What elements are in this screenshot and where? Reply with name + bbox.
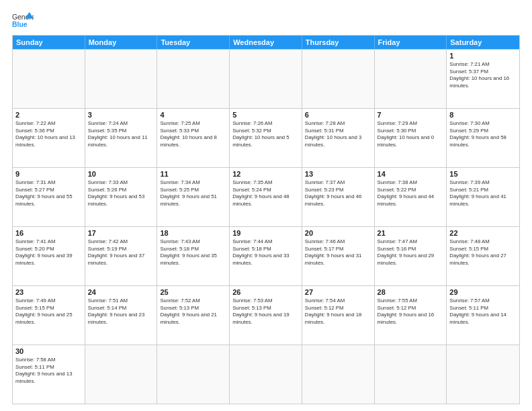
cal-cell: 2Sunrise: 7:22 AM Sunset: 5:36 PM Daylig… <box>13 109 85 167</box>
day-number: 30 <box>15 347 82 355</box>
day-number: 22 <box>449 229 517 237</box>
cal-cell <box>230 50 302 108</box>
calendar-header: SundayMondayTuesdayWednesdayThursdayFrid… <box>13 36 519 49</box>
header-day-sunday: Sunday <box>13 36 85 49</box>
day-number: 4 <box>160 111 226 119</box>
cal-cell <box>302 345 375 404</box>
cal-cell: 14Sunrise: 7:38 AM Sunset: 5:22 PM Dayli… <box>375 168 447 226</box>
day-number: 9 <box>15 170 82 178</box>
day-info: Sunrise: 7:54 AM Sunset: 5:12 PM Dayligh… <box>305 298 371 326</box>
cal-cell: 6Sunrise: 7:28 AM Sunset: 5:31 PM Daylig… <box>302 109 375 167</box>
week-row-5: 30Sunrise: 7:58 AM Sunset: 5:11 PM Dayli… <box>13 345 519 404</box>
cal-cell: 5Sunrise: 7:26 AM Sunset: 5:32 PM Daylig… <box>230 109 302 167</box>
day-info: Sunrise: 7:51 AM Sunset: 5:14 PM Dayligh… <box>88 298 154 326</box>
day-number: 5 <box>232 111 299 119</box>
cal-cell: 13Sunrise: 7:37 AM Sunset: 5:23 PM Dayli… <box>302 168 375 226</box>
cal-cell <box>302 50 375 108</box>
day-info: Sunrise: 7:29 AM Sunset: 5:30 PM Dayligh… <box>378 120 444 148</box>
header-day-monday: Monday <box>85 36 158 49</box>
cal-cell <box>375 345 447 404</box>
cal-cell: 24Sunrise: 7:51 AM Sunset: 5:14 PM Dayli… <box>85 286 158 345</box>
day-number: 26 <box>232 288 299 296</box>
day-number: 25 <box>160 288 226 296</box>
day-info: Sunrise: 7:48 AM Sunset: 5:15 PM Dayligh… <box>449 238 517 267</box>
cal-cell <box>447 345 519 404</box>
cal-cell: 29Sunrise: 7:57 AM Sunset: 5:11 PM Dayli… <box>447 286 519 345</box>
day-number: 10 <box>88 170 154 178</box>
page-header: General Blue <box>12 11 520 30</box>
day-number: 27 <box>305 288 371 296</box>
cal-cell: 21Sunrise: 7:47 AM Sunset: 5:16 PM Dayli… <box>375 227 447 285</box>
day-info: Sunrise: 7:52 AM Sunset: 5:13 PM Dayligh… <box>160 298 226 326</box>
week-row-1: 2Sunrise: 7:22 AM Sunset: 5:36 PM Daylig… <box>13 108 519 167</box>
day-info: Sunrise: 7:53 AM Sunset: 5:13 PM Dayligh… <box>232 298 299 326</box>
day-number: 24 <box>88 288 154 296</box>
cal-cell: 20Sunrise: 7:46 AM Sunset: 5:17 PM Dayli… <box>302 227 375 285</box>
day-number: 29 <box>449 288 517 296</box>
day-number: 19 <box>232 229 299 237</box>
cal-cell: 27Sunrise: 7:54 AM Sunset: 5:12 PM Dayli… <box>302 286 375 345</box>
cal-cell: 9Sunrise: 7:31 AM Sunset: 5:27 PM Daylig… <box>13 168 85 226</box>
cal-cell: 3Sunrise: 7:24 AM Sunset: 5:35 PM Daylig… <box>85 109 158 167</box>
day-number: 8 <box>449 111 517 119</box>
cal-cell: 23Sunrise: 7:49 AM Sunset: 5:15 PM Dayli… <box>13 286 85 345</box>
day-info: Sunrise: 7:33 AM Sunset: 5:26 PM Dayligh… <box>88 179 154 208</box>
calendar-body: 1Sunrise: 7:21 AM Sunset: 5:37 PM Daylig… <box>13 49 519 404</box>
cal-cell: 7Sunrise: 7:29 AM Sunset: 5:30 PM Daylig… <box>375 109 447 167</box>
day-info: Sunrise: 7:22 AM Sunset: 5:36 PM Dayligh… <box>15 120 82 148</box>
day-info: Sunrise: 7:55 AM Sunset: 5:12 PM Dayligh… <box>378 298 444 326</box>
day-number: 18 <box>160 229 226 237</box>
day-info: Sunrise: 7:44 AM Sunset: 5:18 PM Dayligh… <box>232 238 299 267</box>
cal-cell: 8Sunrise: 7:30 AM Sunset: 5:29 PM Daylig… <box>447 109 519 167</box>
day-info: Sunrise: 7:57 AM Sunset: 5:11 PM Dayligh… <box>449 298 517 326</box>
cal-cell <box>157 50 230 108</box>
day-info: Sunrise: 7:31 AM Sunset: 5:27 PM Dayligh… <box>15 179 82 208</box>
day-number: 15 <box>449 170 517 178</box>
logo-icon: General Blue <box>12 11 34 30</box>
cal-cell: 15Sunrise: 7:39 AM Sunset: 5:21 PM Dayli… <box>447 168 519 226</box>
cal-cell <box>375 50 447 108</box>
cal-cell: 25Sunrise: 7:52 AM Sunset: 5:13 PM Dayli… <box>157 286 230 345</box>
day-number: 1 <box>449 52 517 60</box>
cal-cell <box>85 50 158 108</box>
day-number: 20 <box>305 229 371 237</box>
week-row-4: 23Sunrise: 7:49 AM Sunset: 5:15 PM Dayli… <box>13 285 519 345</box>
cal-cell: 16Sunrise: 7:41 AM Sunset: 5:20 PM Dayli… <box>13 227 85 285</box>
cal-cell <box>230 345 302 404</box>
day-info: Sunrise: 7:21 AM Sunset: 5:37 PM Dayligh… <box>449 61 517 89</box>
cal-cell: 30Sunrise: 7:58 AM Sunset: 5:11 PM Dayli… <box>13 345 85 404</box>
cal-cell: 1Sunrise: 7:21 AM Sunset: 5:37 PM Daylig… <box>447 50 519 108</box>
cal-cell: 28Sunrise: 7:55 AM Sunset: 5:12 PM Dayli… <box>375 286 447 345</box>
cal-cell: 19Sunrise: 7:44 AM Sunset: 5:18 PM Dayli… <box>230 227 302 285</box>
cal-cell <box>13 50 85 108</box>
week-row-3: 16Sunrise: 7:41 AM Sunset: 5:20 PM Dayli… <box>13 226 519 285</box>
day-number: 23 <box>15 288 82 296</box>
cal-cell <box>85 345 158 404</box>
calendar: SundayMondayTuesdayWednesdayThursdayFrid… <box>12 35 520 404</box>
day-info: Sunrise: 7:43 AM Sunset: 5:18 PM Dayligh… <box>160 238 226 267</box>
header-day-wednesday: Wednesday <box>230 36 302 49</box>
day-number: 16 <box>15 229 82 237</box>
cal-cell: 26Sunrise: 7:53 AM Sunset: 5:13 PM Dayli… <box>230 286 302 345</box>
calendar-page: General Blue SundayMondayTuesdayWednesda… <box>0 0 532 411</box>
cal-cell: 17Sunrise: 7:42 AM Sunset: 5:19 PM Dayli… <box>85 227 158 285</box>
day-info: Sunrise: 7:39 AM Sunset: 5:21 PM Dayligh… <box>449 179 517 208</box>
day-number: 11 <box>160 170 226 178</box>
day-info: Sunrise: 7:42 AM Sunset: 5:19 PM Dayligh… <box>88 238 154 267</box>
logo: General Blue <box>12 11 34 30</box>
day-number: 28 <box>378 288 444 296</box>
day-info: Sunrise: 7:41 AM Sunset: 5:20 PM Dayligh… <box>15 238 82 267</box>
day-number: 12 <box>232 170 299 178</box>
day-info: Sunrise: 7:34 AM Sunset: 5:25 PM Dayligh… <box>160 179 226 208</box>
day-info: Sunrise: 7:37 AM Sunset: 5:23 PM Dayligh… <box>305 179 371 208</box>
header-day-tuesday: Tuesday <box>157 36 230 49</box>
day-number: 14 <box>378 170 444 178</box>
day-info: Sunrise: 7:30 AM Sunset: 5:29 PM Dayligh… <box>449 120 517 148</box>
day-number: 2 <box>15 111 82 119</box>
header-day-friday: Friday <box>375 36 447 49</box>
day-info: Sunrise: 7:25 AM Sunset: 5:33 PM Dayligh… <box>160 120 226 148</box>
week-row-0: 1Sunrise: 7:21 AM Sunset: 5:37 PM Daylig… <box>13 49 519 108</box>
cal-cell: 10Sunrise: 7:33 AM Sunset: 5:26 PM Dayli… <box>85 168 158 226</box>
day-info: Sunrise: 7:49 AM Sunset: 5:15 PM Dayligh… <box>15 298 82 326</box>
day-number: 3 <box>88 111 154 119</box>
